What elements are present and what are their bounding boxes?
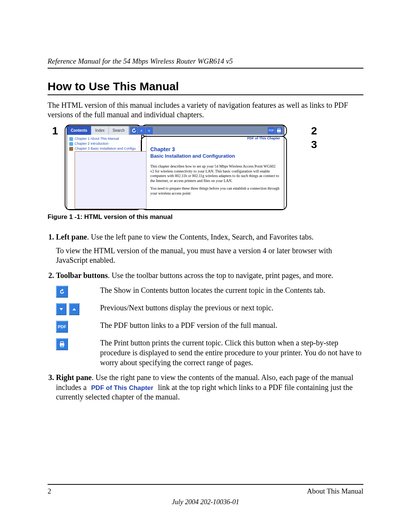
pdf-of-chapter-link[interactable]: PDF of This Chapter <box>247 136 280 140</box>
figure-left-toc: Chapter 1 About This Manual Chapter 2 In… <box>67 135 147 209</box>
next-icon[interactable] <box>69 303 80 315</box>
manual-page: Reference Manual for the 54 Mbps Wireles… <box>0 0 411 532</box>
pdf-icon[interactable]: PDF <box>268 127 275 134</box>
list-item-3: Right pane. Use the right pane to view t… <box>56 373 363 402</box>
footer-section-name: About This Manual <box>307 487 363 495</box>
figure-screenshot: Contents Index Search ᴧ ᴠ PDF <box>67 126 284 209</box>
intro-paragraph: The HTML version of this manual includes… <box>48 101 363 120</box>
show-in-contents-desc: The Show in Contents button locates the … <box>100 286 363 296</box>
list-item-1: Left pane. Use the left pane to view the… <box>56 232 363 265</box>
chapter-title: Basic Installation and Configuration <box>150 153 280 159</box>
svg-rect-1 <box>278 128 280 130</box>
chapter-para-1: This chapter describes how to set up you… <box>150 164 280 183</box>
tab-search[interactable]: Search <box>109 126 129 135</box>
icon-row-show-contents: The Show in Contents button locates the … <box>56 286 363 298</box>
down-arrow-icon[interactable]: ᴠ <box>146 127 153 134</box>
item1-rest: . Use the left pane to view the Contents… <box>87 233 314 241</box>
body-ordered-list: Left pane. Use the left pane to view the… <box>48 232 363 402</box>
section-title: How to Use This Manual <box>48 80 363 95</box>
figure-wrapper: 1 2 3 Contents Index Search ᴧ ᴠ PDF <box>63 126 306 209</box>
page-number: 2 <box>48 487 51 495</box>
item2-lead: Toolbar buttons <box>56 271 108 280</box>
up-arrow-icon[interactable]: ᴧ <box>138 127 145 134</box>
chapter-para-2: You need to prepare these three things b… <box>150 186 280 196</box>
callout-1: 1 <box>52 125 58 137</box>
prev-next-desc: Previous/Next buttons display the previo… <box>100 303 363 313</box>
chapter-number: Chapter 3 <box>150 146 280 152</box>
svg-rect-5 <box>61 345 64 347</box>
icon-row-pdf: PDF The PDF button links to a PDF versio… <box>56 321 363 333</box>
item2-rest: . Use the toolbar buttons across the top… <box>108 271 333 280</box>
pdf-desc: The PDF button links to a PDF version of… <box>100 321 363 331</box>
tab-contents[interactable]: Contents <box>67 126 91 135</box>
refresh-icon[interactable] <box>131 127 137 134</box>
page-footer-date: July 2004 202-10036-01 <box>0 498 411 506</box>
toc-item[interactable]: Chapter 1 About This Manual <box>75 136 119 141</box>
list-item-2: Toolbar buttons. Use the toolbar buttons… <box>56 271 363 367</box>
previous-icon[interactable] <box>56 303 67 315</box>
print-button-icon[interactable] <box>56 338 68 350</box>
figure-caption: Figure 1 -1: HTML version of this manual <box>48 213 363 221</box>
svg-rect-4 <box>61 342 64 344</box>
toc-item[interactable]: Chapter 2 Introduction <box>75 141 108 146</box>
pdf-of-chapter-inline-link[interactable]: PDF of This Chapter <box>89 384 156 392</box>
toolbar-icon-group-right: PDF <box>268 126 284 135</box>
icon-row-prev-next: Previous/Next buttons display the previo… <box>56 303 363 315</box>
figure-right-content: PDF of This Chapter Chapter 3 Basic Inst… <box>147 135 284 209</box>
toolbar-icon-group-left: ᴧ ᴠ <box>129 126 153 135</box>
callout-2: 2 <box>311 125 317 137</box>
item3-lead: Right pane <box>56 373 92 382</box>
icon-row-print: The Print button prints the current topi… <box>56 338 363 367</box>
tab-index[interactable]: Index <box>91 126 108 135</box>
page-footer: 2 About This Manual <box>48 484 363 495</box>
item1-paragraph: To view the HTML version of the manual, … <box>56 246 363 265</box>
item1-lead: Left pane <box>56 233 87 241</box>
callout-3: 3 <box>311 139 317 151</box>
toc-item[interactable]: Chapter 3 Basic Installation and Configu <box>75 146 136 151</box>
running-header: Reference Manual for the 54 Mbps Wireles… <box>48 57 363 69</box>
figure-body: Chapter 1 About This Manual Chapter 2 In… <box>67 135 284 209</box>
print-icon[interactable] <box>276 127 282 134</box>
show-in-contents-icon[interactable] <box>56 286 68 298</box>
figure-toolbar: Contents Index Search ᴧ ᴠ PDF <box>67 126 284 135</box>
print-desc: The Print button prints the current topi… <box>100 338 363 367</box>
pdf-button-icon[interactable]: PDF <box>56 321 68 333</box>
